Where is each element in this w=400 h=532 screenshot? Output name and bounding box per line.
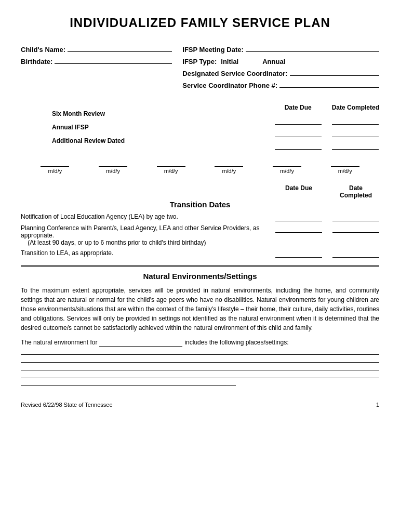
date-due-header: Date Due bbox=[285, 104, 312, 111]
dates-row: m/d/y m/d/y m/d/y m/d/y m/d/y m/d/y bbox=[21, 166, 379, 174]
footer-page-number: 1 bbox=[376, 402, 379, 408]
transition-date-due-3[interactable] bbox=[275, 249, 322, 258]
header-right: IFSP Meeting Date: IFSP Type: Initial An… bbox=[182, 46, 379, 94]
transition-item-1: Notification of Local Education Agency (… bbox=[21, 213, 379, 221]
ifsp-type-annual: Annual bbox=[262, 58, 285, 65]
writing-line-4[interactable] bbox=[21, 378, 379, 378]
date-completed-line-2[interactable] bbox=[332, 128, 379, 137]
date-due-col: Date Due bbox=[275, 104, 322, 151]
page-title: INDIVIDUALIZED FAMILY SERVICE PLAN bbox=[21, 16, 379, 30]
ne-suffix-text: includes the following places/settings: bbox=[184, 339, 288, 346]
review-section: Six Month Review Annual IFSP Additional … bbox=[21, 104, 379, 151]
natural-environments-body: To the maximum extent appropriate, servi… bbox=[21, 286, 379, 332]
date-item-5: m/d/y bbox=[258, 166, 316, 174]
childs-name-field: Child's Name: bbox=[21, 46, 172, 54]
childs-name-label: Child's Name: bbox=[21, 46, 65, 54]
footer: Revised 6/22/98 State of Tennessee 1 bbox=[21, 402, 379, 408]
ifsp-type-row: IFSP Type: Initial Annual bbox=[182, 58, 379, 65]
transition-dates-3 bbox=[265, 249, 379, 258]
date-item-4: m/d/y bbox=[200, 166, 258, 174]
transition-text-2: Planning Conference with Parent/s, Lead … bbox=[21, 224, 275, 246]
date-due-line-2[interactable] bbox=[275, 128, 322, 137]
childs-name-underline[interactable] bbox=[68, 51, 172, 52]
writing-lines bbox=[21, 354, 379, 386]
date-item-line-6[interactable] bbox=[331, 166, 359, 167]
transition-item-3: Transition to LEA, as appropriate. bbox=[21, 249, 379, 258]
review-items-left: Six Month Review Annual IFSP Additional … bbox=[21, 104, 270, 151]
natural-environment-field-row: The natural environment for includes the… bbox=[21, 339, 379, 347]
transition-section: Date Due Date Completed Transition Dates… bbox=[21, 184, 379, 258]
review-item-annual-ifsp: Annual IFSP bbox=[52, 121, 270, 134]
date-item-line-3[interactable] bbox=[157, 166, 185, 167]
transition-text-3: Transition to LEA, as appropriate. bbox=[21, 249, 265, 257]
service-coordinator-phone-label: Service Coordinator Phone #: bbox=[182, 82, 277, 89]
date-item-6: m/d/y bbox=[316, 166, 374, 174]
ifsp-meeting-date-underline[interactable] bbox=[246, 51, 379, 52]
transition-title: Transition Dates bbox=[21, 200, 379, 209]
date-item-line-2[interactable] bbox=[99, 166, 127, 167]
transition-date-completed-3[interactable] bbox=[332, 249, 379, 258]
date-label-6: m/d/y bbox=[338, 168, 352, 174]
service-coordinator-phone-field: Service Coordinator Phone #: bbox=[182, 82, 379, 89]
service-coordinator-phone-underline[interactable] bbox=[279, 87, 379, 88]
writing-line-1[interactable] bbox=[21, 354, 379, 355]
date-item-1: m/d/y bbox=[26, 166, 84, 174]
header-left: Child's Name: Birthdate: bbox=[21, 46, 172, 94]
writing-line-3[interactable] bbox=[21, 370, 379, 370]
transition-text-1: Notification of Local Education Agency (… bbox=[21, 213, 265, 220]
ifsp-type-initial: Initial bbox=[221, 58, 238, 65]
designated-service-coordinator-field: Designated Service Coordinator: bbox=[182, 70, 379, 77]
date-label-4: m/d/y bbox=[222, 168, 236, 174]
date-label-2: m/d/y bbox=[106, 168, 120, 174]
ifsp-meeting-date-field: IFSP Meeting Date: bbox=[182, 46, 379, 54]
writing-line-2[interactable] bbox=[21, 362, 379, 363]
transition-date-completed-2[interactable] bbox=[332, 224, 379, 233]
date-completed-col: Date Completed bbox=[332, 104, 379, 151]
transition-item-2: Planning Conference with Parent/s, Lead … bbox=[21, 224, 379, 246]
date-item-line-1[interactable] bbox=[41, 166, 69, 167]
transition-date-due-header: Date Due bbox=[275, 184, 322, 199]
date-due-line-3[interactable] bbox=[275, 140, 322, 150]
transition-date-due-1[interactable] bbox=[275, 213, 322, 221]
header-section: Child's Name: Birthdate: IFSP Meeting Da… bbox=[21, 46, 379, 94]
transition-date-completed-1[interactable] bbox=[332, 213, 379, 221]
date-item-line-5[interactable] bbox=[273, 166, 301, 167]
date-completed-line-3[interactable] bbox=[332, 140, 379, 150]
date-item-3: m/d/y bbox=[142, 166, 200, 174]
transition-date-due-2[interactable] bbox=[275, 224, 322, 233]
writing-line-short[interactable] bbox=[21, 385, 236, 386]
ne-name-underline[interactable] bbox=[99, 339, 182, 347]
date-item-2: m/d/y bbox=[84, 166, 142, 174]
designated-service-coordinator-underline[interactable] bbox=[290, 75, 379, 76]
section-divider bbox=[21, 265, 379, 267]
birthdate-label: Birthdate: bbox=[21, 58, 52, 65]
transition-date-completed-header: Date Completed bbox=[332, 184, 379, 199]
transition-dates-1 bbox=[265, 213, 379, 221]
date-due-line-1[interactable] bbox=[275, 115, 322, 125]
date-label-3: m/d/y bbox=[164, 168, 178, 174]
review-item-additional-review: Additional Review Dated bbox=[52, 134, 270, 148]
birthdate-field: Birthdate: bbox=[21, 58, 172, 65]
ifsp-meeting-date-label: IFSP Meeting Date: bbox=[182, 46, 244, 54]
date-item-line-4[interactable] bbox=[215, 166, 243, 167]
date-label-5: m/d/y bbox=[280, 168, 294, 174]
ne-prefix-text: The natural environment for bbox=[21, 339, 97, 346]
date-label-1: m/d/y bbox=[48, 168, 62, 174]
date-completed-line-1[interactable] bbox=[332, 115, 379, 125]
review-dates-right: Date Due Date Completed bbox=[275, 104, 379, 151]
ifsp-type-label: IFSP Type: bbox=[182, 58, 217, 65]
footer-revised-text: Revised 6/22/98 State of Tennessee bbox=[21, 402, 113, 408]
birthdate-underline[interactable] bbox=[55, 63, 172, 64]
designated-service-coordinator-label: Designated Service Coordinator: bbox=[182, 70, 287, 77]
date-completed-header: Date Completed bbox=[332, 104, 379, 111]
transition-dates-2 bbox=[275, 224, 379, 233]
natural-environments-title: Natural Environments/Settings bbox=[21, 272, 379, 281]
review-item-six-month: Six Month Review bbox=[52, 107, 270, 121]
natural-environments-section: Natural Environments/Settings To the max… bbox=[21, 272, 379, 386]
